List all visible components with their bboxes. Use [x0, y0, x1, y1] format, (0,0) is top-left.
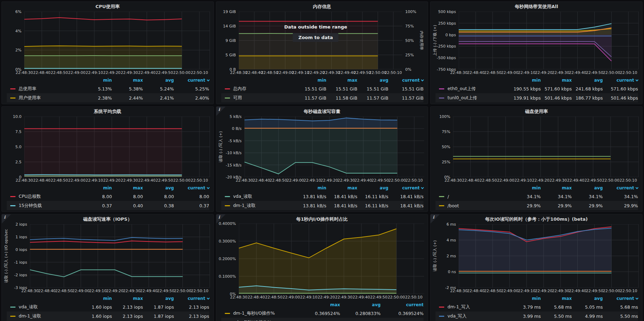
legend-sort-current[interactable]: current	[388, 78, 423, 83]
legend-series-label[interactable]: 总内存	[233, 86, 247, 92]
legend-sort-max[interactable]: max	[541, 296, 572, 301]
legend-sort-current[interactable]: current	[174, 185, 209, 190]
x-axis-tick: 22:49:10	[292, 70, 309, 75]
legend-sort-avg[interactable]: avg	[572, 296, 603, 301]
legend-series-label[interactable]: vda_读取	[19, 304, 38, 310]
legend-sort-min[interactable]: min	[295, 185, 326, 190]
panel-info-icon[interactable]: i	[431, 214, 440, 224]
legend-series-label[interactable]: vda_每秒I/O操作%	[233, 320, 272, 321]
legend: minmaxavgcurrent dm-1_写入3.79 ms5.68 ms5.…	[431, 295, 642, 321]
chart-plot[interactable]: 22:48:3022:48:4022:48:5022:49:0022:49:10…	[30, 224, 210, 288]
legend-series-label[interactable]: eth0_out上传	[447, 86, 476, 92]
legend-series-label[interactable]: dm-1_读取	[233, 203, 256, 209]
legend-series-label[interactable]: tunl0_out上传	[447, 95, 477, 101]
panel-info-icon[interactable]: i	[216, 107, 225, 116]
chart-area: 19 GiB14 GiB9 GiB5 GiB0 B 22:48:3022:48:…	[218, 12, 425, 69]
legend-series-label[interactable]: vda_写入	[447, 313, 466, 319]
panel-title[interactable]: 磁盘读写速率（IOPS）	[2, 216, 213, 224]
legend-series-label[interactable]: dm-1_写入	[447, 304, 470, 310]
y-axis-tick: 2 ms	[446, 254, 456, 258]
legend-series-label[interactable]: 15分钟负载	[19, 203, 42, 209]
legend-sort-avg[interactable]: avg	[572, 78, 603, 83]
legend-sort-current[interactable]: current	[174, 296, 209, 301]
legend-value: 11.58 GiB	[326, 95, 357, 101]
legend-series-label[interactable]: /	[447, 194, 449, 199]
legend-sort-min[interactable]: min	[295, 78, 326, 83]
legend-sort-current[interactable]: current	[388, 185, 423, 190]
chart-area: 0.4000%0.3000%0.2000%0.1000%0% 22:48:302…	[218, 224, 425, 294]
legend-sort-current[interactable]: current	[174, 78, 209, 83]
legend-sort-avg[interactable]: avg	[143, 185, 174, 190]
x-axis-ticks: 22:48:3022:48:4022:48:5022:49:0022:49:10…	[459, 69, 639, 76]
series-fill	[459, 228, 612, 272]
legend-sort-min[interactable]: min	[81, 296, 112, 301]
legend-sort-max[interactable]: max	[112, 185, 143, 190]
legend-sort-max[interactable]: max	[326, 185, 357, 190]
legend-value: 3.79 ms	[510, 304, 541, 310]
zoom-to-data-button[interactable]: Zoom to data	[293, 33, 339, 42]
legend-sort-max[interactable]: max	[541, 185, 572, 190]
legend-series-label[interactable]: CPU总核数	[19, 194, 41, 200]
chart-plot[interactable]: 22:48:3022:48:4022:48:5022:49:0022:49:10…	[453, 117, 639, 177]
legend-sort-current[interactable]: current	[380, 302, 423, 307]
x-axis-tick: 22:50:00	[174, 289, 191, 293]
chart-plot[interactable]: 22:48:3022:48:4022:48:5022:49:0022:49:10…	[239, 12, 403, 69]
legend-sort-current[interactable]: current	[603, 78, 638, 83]
legend-sort-avg[interactable]: avg	[357, 185, 388, 190]
chart-plot[interactable]: 22:48:3022:48:4022:48:5022:49:0022:49:10…	[239, 224, 425, 294]
legend-series-label[interactable]: 可用	[233, 95, 242, 101]
x-axis-tick: 22:49:30	[552, 289, 569, 293]
x-axis-tick: 22:48:40	[462, 178, 479, 183]
panel-title[interactable]: 每1秒内I/O操作耗时占比	[216, 216, 428, 223]
legend-series-label[interactable]: dm-1_每秒I/O操作%	[233, 310, 275, 316]
chart-plot[interactable]: 22:48:3022:48:4022:48:5022:49:0022:49:10…	[24, 12, 210, 69]
legend-series-label[interactable]: 用户使用率	[19, 95, 41, 101]
x-axis-tick: 22:48:40	[38, 289, 55, 293]
legend-series-label[interactable]: vda_读取	[233, 194, 252, 200]
panel-title[interactable]: 每次IO读写的耗时（参考：小于100ms）(beta)	[431, 216, 642, 224]
panel-info-icon[interactable]: i	[2, 214, 11, 224]
legend-series-label[interactable]: /boot	[447, 203, 459, 208]
legend-sort-max[interactable]: max	[299, 302, 340, 307]
legend-sort-current[interactable]: current	[603, 185, 638, 190]
legend-sort-max[interactable]: max	[541, 78, 572, 83]
x-axis-tick: 22:49:50	[370, 295, 387, 300]
legend-series-label[interactable]: 总使用率	[19, 86, 36, 92]
chart-canvas	[244, 117, 425, 177]
timerange-overlay: Data outside time range Zoom to data	[284, 24, 347, 42]
legend-sort-current[interactable]: current	[603, 296, 638, 301]
legend-sort-min[interactable]: min	[510, 185, 541, 190]
legend-series-color	[439, 316, 444, 317]
x-axis-tick: 22:49:50	[371, 178, 389, 183]
panel-title[interactable]: 磁盘使用率	[431, 108, 642, 116]
chart-plot[interactable]: 22:48:3022:48:4022:48:5022:49:0022:49:10…	[459, 224, 639, 288]
legend-sort-avg[interactable]: avg	[143, 78, 174, 83]
legend-sort-min[interactable]: min	[81, 185, 112, 190]
legend-sort-avg[interactable]: avg	[572, 185, 603, 190]
panel-info-icon[interactable]: i	[216, 214, 225, 224]
legend-sort-max[interactable]: max	[112, 78, 143, 83]
legend-sort-min[interactable]: min	[510, 78, 541, 83]
chart-plot[interactable]: 22:48:3022:48:4022:48:5022:49:0022:49:10…	[24, 117, 210, 177]
legend-value: 8.00	[174, 194, 209, 199]
legend-sort-avg[interactable]: avg	[357, 78, 388, 83]
legend-sort-avg[interactable]: avg	[340, 302, 380, 307]
x-axis-tick: 22:49:40	[138, 178, 155, 183]
panel-title[interactable]: 每秒网络带宽使用All	[431, 3, 642, 11]
x-axis-tick: 22:48:40	[33, 70, 50, 75]
panel-title[interactable]: 内存信息	[216, 3, 428, 11]
x-axis-tick: 22:49:50	[157, 289, 174, 293]
legend-sort-avg[interactable]: avg	[143, 296, 174, 301]
legend-sort-min[interactable]: min	[510, 296, 541, 301]
panel-title[interactable]: 系统平均负载	[2, 108, 213, 116]
panel-title[interactable]: 每秒磁盘读写容量	[216, 108, 428, 116]
x-axis-tick: 22:49:20	[321, 178, 338, 183]
chart-plot[interactable]: 22:48:3022:48:4022:48:5022:49:0022:49:10…	[244, 117, 425, 177]
panel-title[interactable]: CPU使用率	[2, 3, 213, 11]
x-axis-tick: 22:49:10	[514, 178, 532, 183]
legend-sort-max[interactable]: max	[112, 296, 143, 301]
legend-sort-min[interactable]: min	[81, 78, 112, 83]
legend-sort-max[interactable]: max	[326, 78, 357, 83]
legend-series-label[interactable]: dm-1_读取	[19, 313, 41, 319]
chart-plot[interactable]: 22:48:3022:48:4022:48:5022:49:0022:49:10…	[459, 12, 639, 69]
